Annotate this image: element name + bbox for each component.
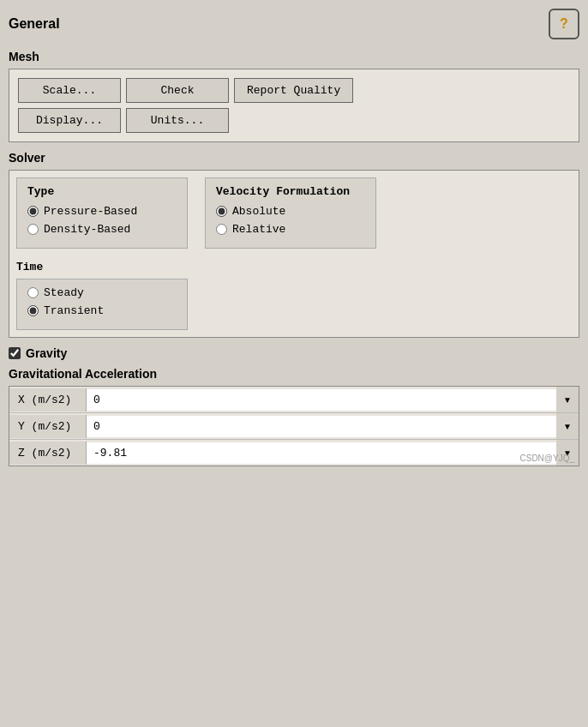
mesh-button-row-1: Scale... Check Report Quality [18, 78, 570, 103]
transient-label: Transient [44, 304, 104, 317]
units-button[interactable]: Units... [126, 108, 229, 133]
grav-y-dropdown-button[interactable]: ▼ [556, 413, 579, 439]
grav-accel-label: Gravitational Acceleration [9, 367, 579, 381]
grav-x-input[interactable] [87, 389, 556, 411]
grav-row-z: Z (m/s2) ▼ [9, 440, 579, 466]
help-button[interactable]: ? [549, 9, 579, 39]
grav-z-input[interactable] [87, 442, 556, 464]
header-row: General ? [9, 9, 579, 39]
grav-y-input[interactable] [87, 416, 556, 437]
steady-radio[interactable] [27, 287, 39, 298]
gravity-label: Gravity [26, 346, 67, 360]
scale-button[interactable]: Scale... [18, 78, 121, 103]
pressure-based-radio[interactable] [27, 206, 39, 217]
grav-x-label: X (m/s2) [9, 388, 87, 412]
velocity-group-title: Velocity Formulation [216, 185, 365, 198]
check-button[interactable]: Check [126, 78, 229, 103]
solver-panel: Type Pressure-Based Density-Based Veloci… [9, 170, 579, 338]
grav-row-x: X (m/s2) ▼ [9, 387, 579, 413]
velocity-formulation-group: Velocity Formulation Absolute Relative [205, 177, 376, 249]
steady-option[interactable]: Steady [27, 286, 177, 299]
relative-radio[interactable] [216, 224, 227, 235]
type-group-title: Type [27, 185, 177, 198]
pressure-based-label: Pressure-Based [44, 205, 137, 218]
time-label: Time [16, 261, 572, 273]
relative-option[interactable]: Relative [216, 223, 365, 236]
grav-x-dropdown-button[interactable]: ▼ [556, 387, 579, 412]
density-based-option[interactable]: Density-Based [27, 223, 177, 236]
absolute-radio[interactable] [216, 206, 227, 217]
pressure-based-option[interactable]: Pressure-Based [27, 205, 177, 218]
absolute-option[interactable]: Absolute [216, 205, 365, 218]
page-container: General ? Mesh Scale... Check Report Qua… [9, 9, 579, 466]
grav-panel: X (m/s2) ▼ Y (m/s2) ▼ Z (m/s2) ▼ [9, 386, 579, 466]
mesh-button-row-2: Display... Units... [18, 108, 570, 133]
display-button[interactable]: Display... [18, 108, 121, 133]
absolute-label: Absolute [232, 205, 285, 218]
grav-row-y: Y (m/s2) ▼ [9, 413, 579, 440]
time-section: Time Steady Transient [16, 261, 572, 330]
mesh-panel: Scale... Check Report Quality Display...… [9, 69, 579, 142]
relative-label: Relative [232, 223, 285, 236]
time-group: Steady Transient [16, 279, 188, 330]
transient-radio[interactable] [27, 305, 39, 316]
page-title: General [9, 16, 60, 32]
steady-label: Steady [44, 286, 84, 299]
grav-y-label: Y (m/s2) [9, 415, 87, 438]
report-quality-button[interactable]: Report Quality [234, 78, 353, 103]
transient-option[interactable]: Transient [27, 304, 177, 317]
solver-inner: Type Pressure-Based Density-Based Veloci… [16, 177, 572, 249]
solver-section-label: Solver [9, 151, 579, 165]
grav-z-label: Z (m/s2) [9, 442, 87, 465]
gravity-row: Gravity [9, 346, 579, 360]
watermark: CSDN@YJQ_ [520, 454, 575, 463]
solver-type-group: Type Pressure-Based Density-Based [16, 177, 188, 249]
mesh-section-label: Mesh [9, 50, 579, 63]
density-based-radio[interactable] [27, 224, 39, 235]
density-based-label: Density-Based [44, 223, 130, 236]
gravity-checkbox[interactable] [9, 347, 21, 359]
